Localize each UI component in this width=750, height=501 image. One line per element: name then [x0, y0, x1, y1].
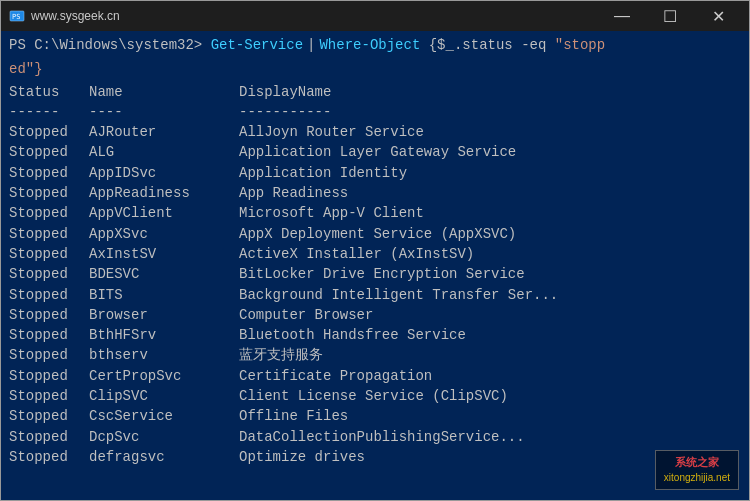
name-cell: ALG: [89, 142, 239, 162]
status-cell: Stopped: [9, 447, 89, 467]
cmd-get-service: Get-Service: [211, 35, 303, 55]
watermark-line2: xitongzhijia.net: [664, 471, 730, 486]
name-cell: AppReadiness: [89, 183, 239, 203]
name-cell: BthHFSrv: [89, 325, 239, 345]
display-cell: AppX Deployment Service (AppXSVC): [239, 224, 516, 244]
table-row: StoppedAppXSvcAppX Deployment Service (A…: [9, 224, 741, 244]
status-cell: Stopped: [9, 325, 89, 345]
dash-eq: -eq: [521, 35, 546, 55]
status-cell: Stopped: [9, 142, 89, 162]
wrapped-line: ed"}: [9, 59, 741, 79]
table-row: StoppedBthHFSrvBluetooth Handsfree Servi…: [9, 325, 741, 345]
pipe-operator: |: [307, 35, 315, 55]
dot-status: .status: [454, 35, 513, 55]
name-cell: ClipSVC: [89, 386, 239, 406]
table-row: StoppedBITSBackground Intelligent Transf…: [9, 285, 741, 305]
terminal[interactable]: PS C:\Windows\system32> Get-Service | Wh…: [1, 31, 749, 500]
status-cell: Stopped: [9, 427, 89, 447]
table-row: StoppedBrowserComputer Browser: [9, 305, 741, 325]
header-status: Status: [9, 82, 89, 102]
name-cell: AppIDSvc: [89, 163, 239, 183]
display-cell: App Readiness: [239, 183, 348, 203]
table-header: Status Name DisplayName: [9, 82, 741, 102]
table-row: StoppedClipSVCClient License Service (Cl…: [9, 386, 741, 406]
name-cell: AJRouter: [89, 122, 239, 142]
display-cell: 蓝牙支持服务: [239, 345, 323, 365]
status-cell: Stopped: [9, 285, 89, 305]
display-cell: AllJoyn Router Service: [239, 122, 424, 142]
display-cell: Microsoft App-V Client: [239, 203, 424, 223]
status-cell: Stopped: [9, 183, 89, 203]
display-cell: Bluetooth Handsfree Service: [239, 325, 466, 345]
dash-name: ----: [89, 102, 239, 122]
dash-status: ------: [9, 102, 89, 122]
status-cell: Stopped: [9, 366, 89, 386]
string-wrap: ed"}: [9, 61, 43, 77]
table-row: StoppedCertPropSvcCertificate Propagatio…: [9, 366, 741, 386]
prompt-text: PS C:\Windows\system32>: [9, 35, 202, 55]
status-cell: Stopped: [9, 224, 89, 244]
header-display: DisplayName: [239, 82, 331, 102]
table-row: StoppedDcpSvcDataCollectionPublishingSer…: [9, 427, 741, 447]
status-cell: Stopped: [9, 406, 89, 426]
table-row: StoppedBDESVCBitLocker Drive Encryption …: [9, 264, 741, 284]
window: PS www.sysgeek.cn — ☐ ✕ PS C:\Windows\sy…: [0, 0, 750, 501]
prompt-line: PS C:\Windows\system32> Get-Service | Wh…: [9, 35, 741, 55]
watermark: 系统之家 xitongzhijia.net: [655, 450, 739, 490]
name-cell: AppVClient: [89, 203, 239, 223]
title-bar: PS www.sysgeek.cn — ☐ ✕: [1, 1, 749, 31]
table-row: StoppedAppVClientMicrosoft App-V Client: [9, 203, 741, 223]
status-cell: Stopped: [9, 345, 89, 365]
name-cell: bthserv: [89, 345, 239, 365]
display-cell: ActiveX Installer (AxInstSV): [239, 244, 474, 264]
window-controls: — ☐ ✕: [599, 1, 741, 31]
status-cell: Stopped: [9, 386, 89, 406]
header-name: Name: [89, 82, 239, 102]
string-value: "stopp: [555, 35, 605, 55]
name-cell: defragsvc: [89, 447, 239, 467]
cmd-where-object: Where-Object: [319, 35, 420, 55]
table-row: StoppedALGApplication Layer Gateway Serv…: [9, 142, 741, 162]
display-cell: DataCollectionPublishingService...: [239, 427, 525, 447]
window-icon: PS: [9, 8, 25, 24]
table-row: StoppedAppIDSvcApplication Identity: [9, 163, 741, 183]
display-cell: BitLocker Drive Encryption Service: [239, 264, 525, 284]
name-cell: BDESVC: [89, 264, 239, 284]
status-cell: Stopped: [9, 122, 89, 142]
display-cell: Background Intelligent Transfer Ser...: [239, 285, 558, 305]
display-cell: Optimize drives: [239, 447, 365, 467]
status-cell: Stopped: [9, 244, 89, 264]
table-row: Stoppedbthserv蓝牙支持服务: [9, 345, 741, 365]
table-row: StoppedAppReadinessApp Readiness: [9, 183, 741, 203]
name-cell: CertPropSvc: [89, 366, 239, 386]
close-button[interactable]: ✕: [695, 1, 741, 31]
status-cell: Stopped: [9, 305, 89, 325]
table-row: StoppeddefragsvcOptimize drives: [9, 447, 741, 467]
display-cell: Computer Browser: [239, 305, 373, 325]
watermark-line1: 系统之家: [675, 455, 719, 471]
table-row: StoppedCscServiceOffline Files: [9, 406, 741, 426]
display-cell: Application Identity: [239, 163, 407, 183]
minimize-button[interactable]: —: [599, 1, 645, 31]
status-cell: Stopped: [9, 203, 89, 223]
name-cell: DcpSvc: [89, 427, 239, 447]
dash-display: -----------: [239, 102, 331, 122]
brace-open: {$_: [429, 35, 454, 55]
table-row: StoppedAxInstSVActiveX Installer (AxInst…: [9, 244, 741, 264]
table-body: StoppedAJRouterAllJoyn Router ServiceSto…: [9, 122, 741, 467]
table-row: StoppedAJRouterAllJoyn Router Service: [9, 122, 741, 142]
name-cell: Browser: [89, 305, 239, 325]
status-cell: Stopped: [9, 163, 89, 183]
display-cell: Client License Service (ClipSVC): [239, 386, 508, 406]
display-cell: Application Layer Gateway Service: [239, 142, 516, 162]
display-cell: Certificate Propagation: [239, 366, 432, 386]
status-cell: Stopped: [9, 264, 89, 284]
maximize-button[interactable]: ☐: [647, 1, 693, 31]
name-cell: BITS: [89, 285, 239, 305]
name-cell: CscService: [89, 406, 239, 426]
display-cell: Offline Files: [239, 406, 348, 426]
svg-text:PS: PS: [12, 13, 20, 21]
name-cell: AxInstSV: [89, 244, 239, 264]
window-title: www.sysgeek.cn: [31, 9, 599, 23]
table-dashes: ------ ---- -----------: [9, 102, 741, 122]
